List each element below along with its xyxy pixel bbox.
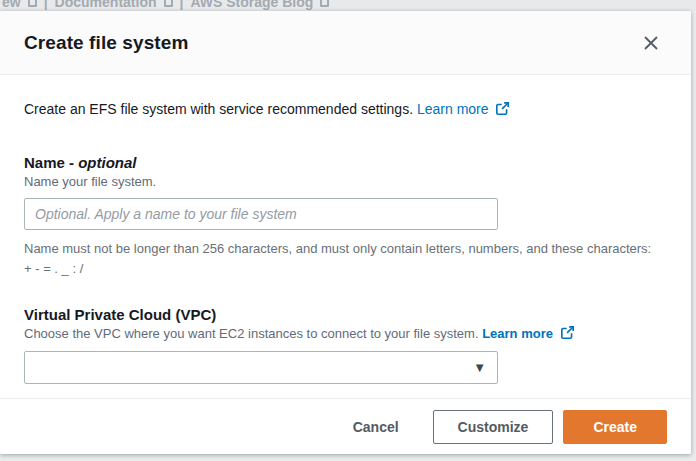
customize-button[interactable]: Customize xyxy=(433,410,554,444)
background-link-documentation: Documentation xyxy=(55,0,157,10)
close-icon[interactable] xyxy=(639,31,663,55)
vpc-field-description: Choose the VPC where you want EC2 instan… xyxy=(24,326,667,341)
name-field-label: Name - optional xyxy=(24,154,667,171)
name-input[interactable] xyxy=(24,198,498,230)
intro-text: Create an EFS file system with service r… xyxy=(24,101,413,117)
background-link-storage-blog: AWS Storage Blog xyxy=(190,0,313,10)
external-link-icon xyxy=(164,0,173,7)
external-link-icon xyxy=(320,0,329,7)
create-file-system-modal: Create file system Create an EFS file sy… xyxy=(0,11,691,454)
intro-learn-more-label: Learn more xyxy=(417,101,489,117)
background-page-strip: ew | Documentation | AWS Storage Blog xyxy=(0,0,696,11)
name-label-optional: optional xyxy=(78,154,136,171)
name-field-section: Name - optional Name your file system. N… xyxy=(24,154,667,279)
name-field-description: Name your file system. xyxy=(24,174,667,189)
modal-title: Create file system xyxy=(24,32,188,54)
intro-learn-more-link[interactable]: Learn more xyxy=(417,101,509,117)
background-link-fragment: ew xyxy=(2,0,21,10)
name-constraint-text: Name must not be longer than 256 charact… xyxy=(24,239,658,279)
vpc-learn-more-link[interactable]: Learn more xyxy=(482,326,573,341)
background-separator: | xyxy=(180,0,184,10)
vpc-field-section: Virtual Private Cloud (VPC) Choose the V… xyxy=(24,306,667,384)
vpc-field-label: Virtual Private Cloud (VPC) xyxy=(24,306,667,323)
intro-row: Create an EFS file system with service r… xyxy=(24,101,667,117)
vpc-learn-more-label: Learn more xyxy=(482,326,553,341)
background-separator: | xyxy=(44,0,48,10)
close-x-glyph xyxy=(643,35,659,51)
modal-body: Create an EFS file system with service r… xyxy=(0,75,691,384)
external-link-icon xyxy=(496,102,509,115)
name-label-separator: - xyxy=(65,154,78,171)
vpc-description-text: Choose the VPC where you want EC2 instan… xyxy=(24,326,479,341)
create-button[interactable]: Create xyxy=(563,410,667,444)
modal-footer: Cancel Customize Create xyxy=(0,398,691,454)
cancel-button[interactable]: Cancel xyxy=(349,410,403,444)
screen: ew | Documentation | AWS Storage Blog Cr… xyxy=(0,0,696,461)
background-links-row: ew | Documentation | AWS Storage Blog xyxy=(0,0,696,10)
name-label-text: Name xyxy=(24,154,65,171)
external-link-icon xyxy=(561,326,574,339)
vpc-select[interactable]: ▼ xyxy=(24,351,498,384)
chevron-down-icon: ▼ xyxy=(473,361,486,374)
modal-header: Create file system xyxy=(0,11,691,75)
external-link-icon xyxy=(28,0,37,7)
